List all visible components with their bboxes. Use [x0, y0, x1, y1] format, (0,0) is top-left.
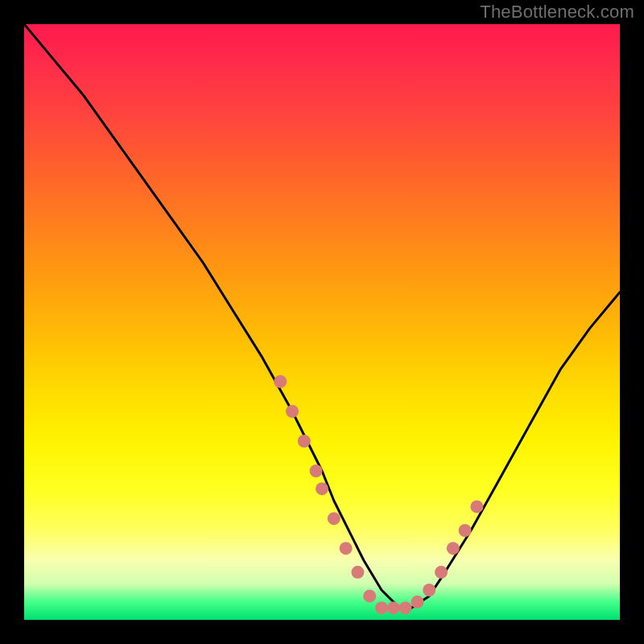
curve-marker	[310, 464, 323, 477]
curve-marker	[328, 512, 341, 525]
curve-marker	[351, 566, 364, 579]
curve-marker	[411, 596, 423, 609]
plot-area	[24, 24, 620, 620]
chart-stage: TheBottleneck.com	[0, 0, 644, 644]
curve-marker	[363, 589, 376, 602]
curve-marker	[435, 566, 448, 579]
curve-marker	[470, 500, 483, 513]
curve-marker	[387, 601, 400, 614]
watermark-label: TheBottleneck.com	[480, 2, 634, 23]
curve-marker	[459, 524, 472, 537]
curve-marker	[298, 435, 311, 448]
curve-marker	[423, 584, 436, 597]
bottleneck-curve-svg	[24, 24, 620, 620]
curve-marker	[286, 405, 299, 418]
curve-marker	[399, 601, 412, 614]
bottleneck-curve-path	[24, 24, 620, 608]
curve-marker	[316, 482, 328, 495]
curve-marker	[274, 375, 287, 388]
curve-markers-group	[274, 375, 483, 614]
curve-marker	[447, 542, 460, 555]
curve-marker	[375, 601, 388, 614]
curve-marker	[340, 542, 353, 555]
